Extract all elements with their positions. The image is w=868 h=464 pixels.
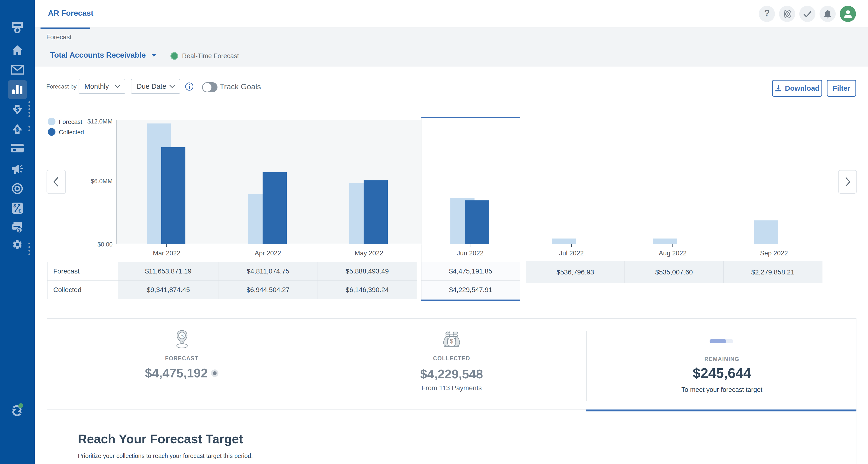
svg-text:$: $: [13, 203, 16, 208]
svg-text:€: €: [18, 208, 21, 214]
svg-text:?: ?: [764, 9, 770, 18]
svg-text:$: $: [450, 337, 454, 345]
svg-text:$: $: [16, 126, 19, 133]
svg-text:$: $: [181, 333, 184, 339]
svg-text:$: $: [16, 105, 19, 113]
svg-text:$: $: [18, 228, 21, 233]
